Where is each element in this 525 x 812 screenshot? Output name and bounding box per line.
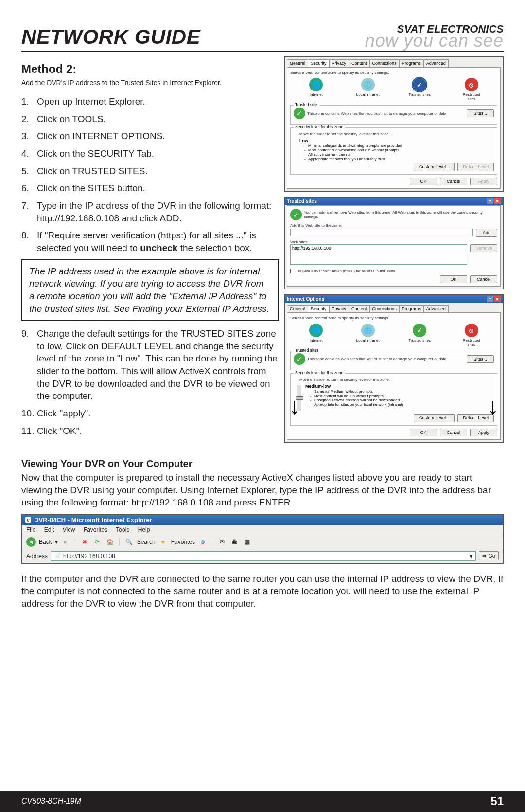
tab-general[interactable]: General — [287, 305, 308, 312]
viewing-p1: Now that the computer is prepared to ins… — [21, 471, 504, 509]
method-intro: Add the DVR's IP address to the Trusted … — [21, 79, 279, 87]
url-text: http://192.168.0.108 — [63, 553, 115, 559]
add-site-input[interactable] — [290, 229, 473, 236]
bullet: Unsigned ActiveX controls will not be do… — [310, 398, 494, 402]
menu-favorites[interactable]: Favorites — [84, 526, 107, 533]
brand-slogan: now you can see — [365, 33, 504, 49]
stop-icon[interactable]: ✖ — [80, 537, 89, 547]
zone-restricted[interactable]: ⦸Restricted sites — [458, 78, 485, 101]
websites-listbox[interactable]: http://192.168.0.108 — [290, 244, 467, 265]
tab-programs[interactable]: Programs — [399, 305, 424, 312]
screenshot-internet-options-2: Internet Options ?✕ General Security Pri… — [284, 294, 504, 443]
back-icon[interactable]: ◄ — [26, 537, 36, 547]
step-1: Open up Internet Explorer. — [21, 95, 279, 108]
tab-advanced[interactable]: Advanced — [423, 59, 449, 67]
tab-connections[interactable]: Connections — [369, 59, 400, 67]
close-icon[interactable]: ✕ — [494, 296, 501, 302]
method-heading: Method 2: — [21, 62, 279, 76]
print-icon[interactable]: 🖶 — [230, 537, 240, 547]
check-icon: ✓ — [294, 108, 305, 119]
remove-button[interactable]: Remove — [470, 244, 497, 252]
cancel-button[interactable]: Cancel — [470, 275, 497, 283]
dropdown-icon[interactable]: ▾ — [470, 553, 472, 559]
zone-trusted-sites[interactable]: ✓Trusted sites — [406, 78, 433, 101]
favorites-label[interactable]: Favorites — [171, 539, 195, 545]
apply-button[interactable]: Apply — [470, 429, 497, 436]
add-site-label: Add this Web site to the zone: — [290, 223, 497, 228]
sites-button[interactable]: Sites... — [467, 109, 494, 117]
page-number: 51 — [490, 794, 504, 808]
tab-privacy[interactable]: Privacy — [329, 305, 350, 312]
menu-file[interactable]: File — [26, 526, 35, 533]
step-7: Type in the IP address of the DVR in the… — [21, 199, 279, 224]
page-icon: 📄 — [54, 553, 61, 559]
check-icon: ✓ — [294, 353, 305, 365]
security-slider[interactable] — [297, 385, 301, 411]
tab-connections[interactable]: Connections — [369, 305, 400, 312]
menu-view[interactable]: View — [63, 526, 75, 533]
ok-button[interactable]: OK — [410, 429, 437, 436]
cancel-button[interactable]: Cancel — [440, 429, 467, 436]
default-level-button[interactable]: Default Level — [457, 163, 494, 171]
ie-window-title: DVR-04CH - Microsoft Internet Explorer — [34, 516, 152, 523]
refresh-icon[interactable]: ⟳ — [92, 537, 102, 547]
zone-prompt: Select a Web content zone to specify its… — [290, 316, 497, 320]
tab-content[interactable]: Content — [349, 305, 370, 312]
check-icon: ✓ — [290, 209, 302, 220]
ie-menu-bar[interactable]: File Edit View Favorites Tools Help — [22, 525, 503, 535]
menu-tools[interactable]: Tools — [116, 526, 129, 533]
footer-model: CV503-8CH-19M — [21, 797, 81, 806]
custom-level-button[interactable]: Custom Level... — [414, 414, 455, 422]
note-box: The IP address used in the example above… — [21, 259, 279, 321]
zone-internet[interactable]: 🌐Internet — [303, 324, 329, 347]
bullet: Most content is downloaded and run witho… — [304, 148, 494, 152]
close-icon[interactable]: ✕ — [494, 198, 501, 204]
websites-label: Web sites: — [290, 240, 497, 244]
search-icon[interactable]: 🔍 — [124, 537, 134, 547]
address-bar[interactable]: 📄 http://192.168.0.108 ▾ — [51, 551, 476, 561]
cancel-button[interactable]: Cancel — [440, 178, 467, 185]
go-button[interactable]: ➡ Go — [479, 551, 499, 560]
forward-icon[interactable]: ► — [61, 537, 70, 547]
step-3: Click on INTERNET OPTIONS. — [21, 130, 279, 143]
step-8-post: the selection box. — [177, 243, 252, 253]
tab-programs[interactable]: Programs — [399, 59, 424, 67]
zone-internet[interactable]: 🌐Internet — [303, 78, 329, 101]
ie-logo-icon: e — [25, 517, 31, 523]
sites-button[interactable]: Sites... — [467, 355, 494, 363]
zone-trusted-sites[interactable]: ✓Trusted sites — [406, 324, 433, 347]
zone-local-intranet[interactable]: 🌐Local intranet — [355, 78, 381, 101]
tab-advanced[interactable]: Advanced — [423, 305, 449, 312]
zone-local-intranet[interactable]: 🌐Local intranet — [355, 324, 381, 347]
custom-level-button[interactable]: Custom Level... — [414, 163, 455, 171]
edit-icon[interactable]: ▦ — [243, 537, 252, 547]
favorites-icon[interactable]: ★ — [158, 537, 168, 547]
help-icon[interactable]: ? — [487, 296, 493, 302]
bullet: Appropriate for sites that you absolutel… — [304, 157, 494, 161]
require-verification-checkbox[interactable] — [290, 269, 295, 273]
ok-button[interactable]: OK — [440, 275, 467, 283]
menu-edit[interactable]: Edit — [44, 526, 54, 533]
search-label[interactable]: Search — [137, 539, 156, 545]
apply-button[interactable]: Apply — [470, 178, 497, 185]
tab-security[interactable]: Security — [308, 59, 330, 67]
default-level-button[interactable]: Default Level — [457, 414, 494, 422]
mail-icon[interactable]: ✉ — [217, 537, 227, 547]
tab-general[interactable]: General — [287, 59, 308, 67]
zone-restricted[interactable]: ⦸Restricted sites — [458, 324, 485, 347]
address-label: Address — [26, 553, 48, 559]
media-icon[interactable]: ⊛ — [198, 537, 208, 547]
ok-button[interactable]: OK — [410, 178, 437, 185]
page-title: NETWORK GUIDE — [21, 25, 200, 49]
menu-help[interactable]: Help — [138, 526, 150, 533]
step-4: Click on the SECURITY Tab. — [21, 147, 279, 160]
dialog-title: Trusted sites — [287, 198, 317, 204]
home-icon[interactable]: 🏠 — [105, 537, 115, 547]
tab-content[interactable]: Content — [349, 59, 370, 67]
back-label[interactable]: Back — [39, 539, 52, 545]
tab-security[interactable]: Security — [308, 305, 330, 312]
sec-level-label: Security level for this zone — [294, 125, 345, 130]
add-button[interactable]: Add — [476, 229, 497, 236]
tab-privacy[interactable]: Privacy — [329, 59, 350, 67]
help-icon[interactable]: ? — [487, 198, 493, 204]
